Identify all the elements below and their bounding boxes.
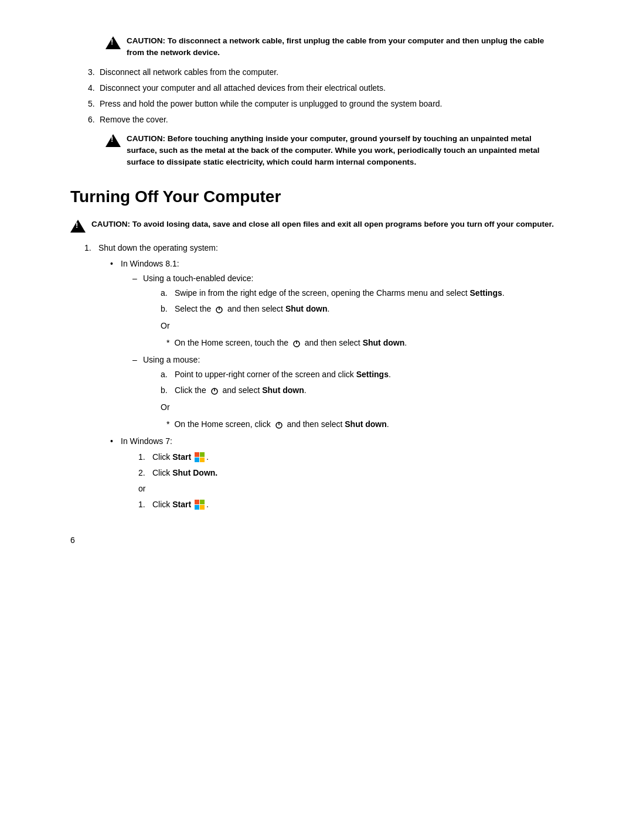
mouse-b-item: Click the and select Shut down.	[161, 384, 563, 397]
step-3: 3. Disconnect all network cables from th…	[88, 66, 563, 78]
windows-icon-2	[195, 500, 205, 510]
power-icon-2	[292, 339, 301, 348]
touch-b-prefix: Select the	[175, 304, 211, 313]
caution-network-strong: CAUTION: To disconnect a network cable, …	[127, 36, 544, 57]
win7-step-1: Click Start .	[138, 451, 563, 463]
win7-step2-prefix: Click	[152, 468, 170, 477]
touch-alpha-list: Swipe in from the right edge of the scre…	[143, 287, 563, 315]
star-bullet-1: *	[166, 337, 169, 349]
power-icon-3	[210, 386, 219, 395]
star2-bold: Shut down	[345, 419, 387, 429]
caution-network-box: CAUTION: To disconnect a network cable, …	[106, 35, 563, 59]
mouse-b-bold: Shut down	[262, 385, 304, 395]
caution-grounding-box: CAUTION: Before touching anything inside…	[106, 133, 563, 169]
touch-b-suffix: and then select	[227, 304, 283, 313]
star2-prefix: On the Home screen, click	[174, 419, 270, 429]
mouse-b-end: .	[304, 385, 307, 395]
svg-rect-12	[195, 500, 199, 504]
svg-rect-8	[195, 452, 199, 457]
mouse-b-prefix: Click the	[175, 385, 206, 395]
svg-rect-14	[195, 505, 199, 510]
svg-rect-11	[200, 457, 205, 462]
touch-a-bold: Settings	[470, 288, 502, 298]
windows81-label: In Windows 8.1:	[121, 259, 179, 268]
touch-label: Using a touch-enabled device:	[143, 274, 253, 283]
star2-end: .	[387, 419, 389, 429]
os-list: In Windows 8.1: Using a touch-enabled de…	[98, 258, 563, 511]
touch-a-text: Swipe in from the right edge of the scre…	[175, 288, 468, 298]
windows7-item: In Windows 7: Click Start	[110, 435, 563, 511]
caution-grounding-strong: CAUTION: Before touching anything inside…	[127, 134, 539, 167]
mouse-b-suffix: and select	[222, 385, 260, 395]
mouse-item: Using a mouse: Point to upper-right corn…	[132, 354, 563, 431]
step-5: 5. Press and hold the power button while…	[88, 98, 563, 110]
win7-alt1-prefix: Click	[152, 500, 170, 509]
caution-dataloss-icon	[70, 220, 86, 233]
mouse-a-text: Point to upper-right corner of the scree…	[175, 370, 354, 379]
win7-step1-bold: Start	[172, 452, 191, 462]
win7-alt1-bold: Start	[172, 500, 191, 509]
svg-rect-13	[200, 500, 205, 504]
touch-device-item: Using a touch-enabled device: Swipe in f…	[132, 272, 563, 349]
win7-step1-prefix: Click	[152, 452, 170, 462]
main-steps: Shut down the operating system: In Windo…	[70, 242, 563, 511]
step-1-text: Shut down the operating system:	[98, 243, 218, 252]
or-3: or	[121, 483, 563, 495]
win7-steps: Click Start . Click	[121, 451, 563, 479]
or-1: Or	[143, 320, 563, 332]
win7-step-2: Click Shut Down.	[138, 467, 563, 479]
svg-rect-9	[200, 452, 205, 457]
mouse-a-item: Point to upper-right corner of the scree…	[161, 368, 563, 381]
star-2-content: On the Home screen, click and then selec…	[174, 418, 389, 431]
step-3-text: Disconnect all network cables from the c…	[100, 67, 278, 77]
windows7-label: In Windows 7:	[121, 436, 172, 446]
win7-alt1-end: .	[206, 500, 209, 509]
windows-icon-1	[195, 452, 205, 463]
star-1: * On the Home screen, touch the and the	[143, 337, 563, 349]
star-2: * On the Home screen, click and then se	[143, 418, 563, 431]
caution-network-text: CAUTION: To disconnect a network cable, …	[127, 35, 563, 59]
caution-dataloss-strong: CAUTION: To avoid losing data, save and …	[91, 220, 554, 228]
win7-step2-bold: Shut Down.	[172, 468, 217, 477]
mouse-a-end: .	[389, 370, 391, 379]
step-4-text: Disconnect your computer and all attache…	[100, 83, 386, 93]
touch-b-bold: Shut down	[285, 304, 328, 313]
step-6: 6. Remove the cover.	[88, 114, 563, 126]
section-title: Turning Off Your Computer	[70, 185, 563, 209]
star-1-content: On the Home screen, touch the and then s…	[174, 337, 407, 349]
star1-bold: Shut down	[363, 338, 405, 347]
win7-alt-steps: Click Start .	[121, 498, 563, 511]
step-6-text: Remove the cover.	[100, 115, 168, 124]
star1-end: .	[404, 338, 407, 347]
touch-a-item: Swipe in from the right edge of the scre…	[161, 287, 563, 299]
touch-dash-list: Using a touch-enabled device: Swipe in f…	[121, 272, 563, 431]
page-number: 6	[70, 534, 563, 547]
touch-b-end: .	[327, 304, 329, 313]
mouse-label: Using a mouse:	[143, 355, 200, 364]
touch-b-item: Select the and then select Shut down.	[161, 303, 563, 315]
step-4: 4. Disconnect your computer and all atta…	[88, 82, 563, 94]
caution-grounding-icon	[106, 134, 121, 147]
win7-alt-step-1: Click Start .	[138, 498, 563, 511]
step-1: Shut down the operating system: In Windo…	[84, 242, 563, 511]
caution-dataloss-text: CAUTION: To avoid losing data, save and …	[91, 218, 554, 230]
win7-step1-end: .	[206, 452, 209, 462]
windows81-item: In Windows 8.1: Using a touch-enabled de…	[110, 258, 563, 431]
power-icon-1	[215, 305, 224, 314]
star1-prefix: On the Home screen, touch the	[174, 338, 288, 347]
or-2: Or	[143, 401, 563, 414]
star-bullet-2: *	[166, 418, 169, 431]
step-5-text: Press and hold the power button while th…	[100, 99, 442, 108]
touch-a-end: .	[502, 288, 505, 298]
caution-grounding-text: CAUTION: Before touching anything inside…	[127, 133, 563, 169]
mouse-alpha-list: Point to upper-right corner of the scree…	[143, 368, 563, 397]
caution-data-loss-box: CAUTION: To avoid losing data, save and …	[70, 218, 563, 233]
steps-list-top: 3. Disconnect all network cables from th…	[70, 66, 563, 126]
star2-suffix: and then select	[287, 419, 342, 429]
svg-rect-10	[195, 457, 199, 462]
caution-triangle-icon	[106, 36, 121, 49]
svg-rect-15	[200, 505, 205, 510]
power-icon-4	[274, 420, 284, 429]
mouse-a-bold: Settings	[356, 370, 389, 379]
star1-suffix: and then select	[305, 338, 360, 347]
